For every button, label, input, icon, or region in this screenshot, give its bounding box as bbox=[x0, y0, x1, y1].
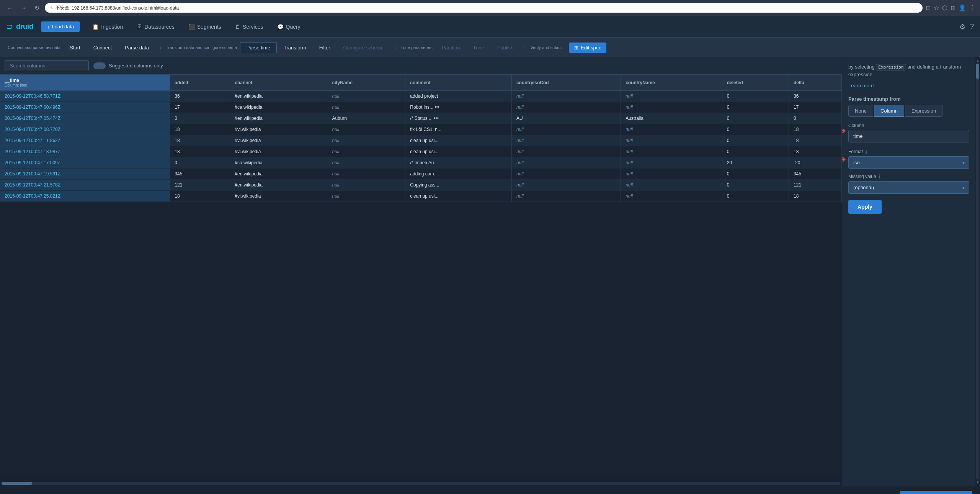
extension-icon[interactable]: ⬡ bbox=[942, 4, 947, 11]
table-cell: null bbox=[327, 191, 405, 202]
table-row[interactable]: 2015-09-12T00:47:21.578Z121#en.wikipedia… bbox=[0, 180, 842, 191]
tab-transform[interactable]: Transform bbox=[278, 42, 312, 53]
column-input[interactable] bbox=[848, 130, 969, 142]
table-cell: null bbox=[621, 168, 722, 180]
col-header-countryisocode[interactable]: countryIsoCod bbox=[511, 75, 621, 91]
scroll-thumb[interactable] bbox=[2, 482, 32, 485]
suggested-columns-toggle[interactable] bbox=[93, 62, 106, 69]
apply-button[interactable]: Apply bbox=[848, 200, 882, 214]
next-transform-button[interactable]: Next: Transform → bbox=[900, 491, 972, 494]
back-button[interactable]: ← bbox=[5, 4, 15, 12]
tab-filter[interactable]: Filter bbox=[313, 42, 336, 53]
table-cell: null bbox=[621, 124, 722, 135]
nav-ingestion[interactable]: 📋 Ingestion bbox=[86, 21, 129, 33]
bookmark-icon[interactable]: ☆ bbox=[934, 4, 939, 11]
right-scrollbar[interactable]: ▲ ▼ bbox=[975, 57, 980, 486]
table-cell: #vi.wikipedia bbox=[230, 146, 327, 157]
table-cell: 0 bbox=[170, 113, 230, 124]
table-cell: /* Imperi Au... bbox=[405, 157, 512, 168]
table-cell: 0 bbox=[722, 168, 789, 180]
data-table: __time Column: time added channel cityNa… bbox=[0, 75, 842, 202]
nav-services[interactable]: 🗒 Services bbox=[229, 21, 270, 33]
col-header-deleted[interactable]: deleted bbox=[722, 75, 789, 91]
col-header-comment[interactable]: comment bbox=[405, 75, 512, 91]
tab-start[interactable]: Start bbox=[64, 43, 86, 53]
address-bar[interactable]: ⚠ 不安全 192.168.64.173:8888/unified-consol… bbox=[45, 3, 923, 13]
table-row[interactable]: 2015-09-12T00:47:19.591Z345#en.wikipedia… bbox=[0, 168, 842, 180]
tab-configure-schema[interactable]: Configure schema bbox=[337, 42, 390, 53]
help-icon[interactable]: ? bbox=[970, 23, 974, 31]
timestamp-option-expression[interactable]: Expression bbox=[905, 105, 942, 117]
col-header-delta[interactable]: delta bbox=[789, 75, 842, 91]
col-header-cityname[interactable]: cityName bbox=[327, 75, 405, 91]
table-cell: null bbox=[511, 135, 621, 146]
scroll-indicator[interactable] bbox=[0, 480, 842, 486]
scroll-up-arrow[interactable]: ▲ bbox=[976, 59, 980, 63]
table-row[interactable]: 2015-09-12T00:47:17.009Z0#ca.wikipedianu… bbox=[0, 157, 842, 168]
table-row[interactable]: 2015-09-12T00:47:25.821Z18#vi.wikipedian… bbox=[0, 191, 842, 202]
missing-value-info-icon[interactable]: ℹ bbox=[879, 173, 880, 180]
browser-toolbar: ⊡ ☆ ⬡ ⊞ 👤 ⋮ bbox=[926, 4, 975, 11]
settings-icon[interactable]: ⚙ bbox=[959, 23, 965, 31]
vertical-scroll-thumb[interactable] bbox=[976, 64, 979, 79]
data-table-container[interactable]: __time Column: time added channel cityNa… bbox=[0, 75, 842, 480]
table-cell: 2015-09-12T00:47:08.770Z bbox=[0, 124, 170, 135]
table-cell: null bbox=[511, 124, 621, 135]
reload-button[interactable]: ↻ bbox=[32, 3, 42, 12]
tab-tune[interactable]: Tune bbox=[467, 43, 490, 53]
missing-value-select[interactable]: (optional) bbox=[848, 181, 969, 194]
table-cell: Robot ins... ••• bbox=[405, 102, 512, 113]
col-header-added[interactable]: added bbox=[170, 75, 230, 91]
tab-parse-data[interactable]: Parse data bbox=[119, 43, 155, 53]
learn-more-link[interactable]: Learn more bbox=[848, 83, 874, 88]
missing-value-label: Missing value ℹ bbox=[848, 173, 969, 180]
search-input[interactable] bbox=[5, 60, 89, 71]
menu-icon[interactable]: ⋮ bbox=[969, 4, 975, 11]
col-header-countryname[interactable]: countryName bbox=[621, 75, 722, 91]
table-cell: #vi.wikipedia bbox=[230, 135, 327, 146]
table-cell: 0 bbox=[722, 180, 789, 191]
table-cell: #en.wikipedia bbox=[230, 180, 327, 191]
tab-edit-spec[interactable]: ⊞ Edit spec bbox=[569, 43, 606, 53]
group3-tabs: Partition Tune Publish bbox=[436, 43, 520, 53]
vertical-scroll-track[interactable] bbox=[976, 64, 979, 479]
nav-query[interactable]: 💬 Query bbox=[271, 21, 307, 33]
tab-partition[interactable]: Partition bbox=[436, 43, 466, 53]
table-row[interactable]: 2015-09-12T00:46:58.771Z36#en.wikipedian… bbox=[0, 91, 842, 102]
timestamp-option-none[interactable]: None bbox=[848, 105, 873, 117]
table-cell: 345 bbox=[170, 168, 230, 180]
load-data-button[interactable]: ↑ Load data bbox=[41, 21, 80, 32]
data-panel: Suggested columns only __time Column: ti… bbox=[0, 57, 842, 486]
format-select[interactable]: iso auto millis posix bbox=[848, 156, 969, 169]
table-row[interactable]: 2015-09-12T00:47:05.474Z0#en.wikipediaAu… bbox=[0, 113, 842, 124]
format-section: ➔ Format ℹ iso auto millis posix bbox=[848, 149, 969, 169]
table-row[interactable]: 2015-09-12T00:47:11.862Z18#vi.wikipedian… bbox=[0, 135, 842, 146]
table-cell: 2015-09-12T00:47:25.821Z bbox=[0, 191, 170, 202]
table-row[interactable]: 2015-09-12T00:47:08.770Z18#vi.wikipedian… bbox=[0, 124, 842, 135]
profile-icon[interactable]: 👤 bbox=[959, 4, 966, 11]
table-cell: clean up usi... bbox=[405, 135, 512, 146]
timestamp-options-group: None Column Expression bbox=[848, 105, 969, 117]
missing-value-select-wrapper: (optional) bbox=[848, 181, 969, 194]
col-header-channel[interactable]: channel bbox=[230, 75, 327, 91]
nav-segments[interactable]: ⬛ Segments bbox=[182, 21, 227, 33]
table-cell: null bbox=[511, 180, 621, 191]
tab-parse-time[interactable]: Parse time bbox=[240, 42, 277, 53]
col-header-time[interactable]: __time Column: time bbox=[0, 75, 170, 91]
table-cell: 0 bbox=[722, 91, 789, 102]
puzzle-icon[interactable]: ⊞ bbox=[951, 4, 956, 11]
table-cell: #vi.wikipedia bbox=[230, 191, 327, 202]
cast-icon[interactable]: ⊡ bbox=[926, 4, 931, 11]
table-row[interactable]: 2015-09-12T00:47:00.496Z17#ca.wikipedian… bbox=[0, 102, 842, 113]
sep2: › bbox=[394, 45, 396, 51]
horizontal-scrollbar[interactable] bbox=[2, 482, 840, 485]
tab-connect[interactable]: Connect bbox=[87, 43, 118, 53]
forward-button[interactable]: → bbox=[18, 4, 29, 12]
table-cell: 18 bbox=[170, 124, 230, 135]
format-info-icon[interactable]: ℹ bbox=[865, 149, 867, 155]
nav-datasources[interactable]: 🗄 Datasources bbox=[131, 21, 181, 33]
table-row[interactable]: 2015-09-12T00:47:13.987Z18#vi.wikipedian… bbox=[0, 146, 842, 157]
tab-publish[interactable]: Publish bbox=[491, 43, 520, 53]
timestamp-option-column[interactable]: Column bbox=[874, 105, 904, 117]
scroll-down-arrow[interactable]: ▼ bbox=[976, 480, 980, 484]
